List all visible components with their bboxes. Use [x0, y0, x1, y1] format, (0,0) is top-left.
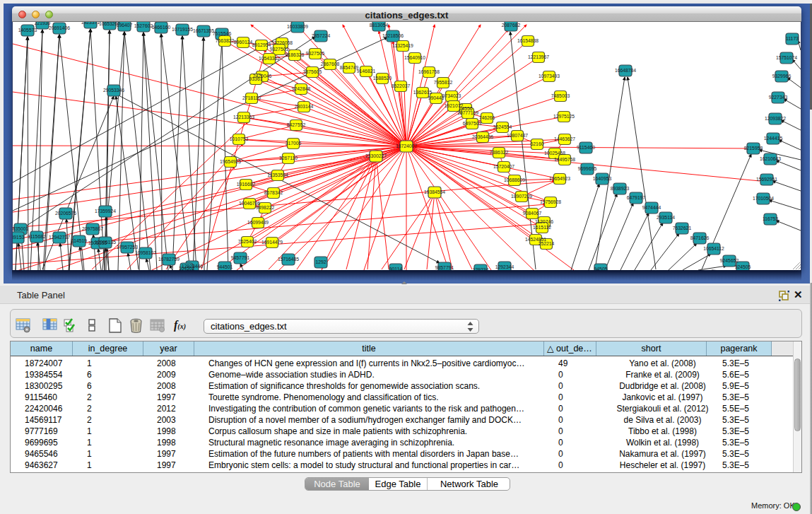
- svg-text:1615112: 1615112: [533, 225, 551, 230]
- svg-text:2803144: 2803144: [295, 104, 314, 109]
- svg-text:17957253: 17957253: [117, 245, 138, 250]
- svg-text:16961758: 16961758: [418, 69, 440, 74]
- svg-text:19654923: 19654923: [549, 176, 570, 181]
- svg-text:11173: 11173: [786, 36, 799, 41]
- svg-text:8471626: 8471626: [690, 235, 710, 240]
- svg-text:1923371: 1923371: [81, 22, 100, 25]
- svg-text:9227343: 9227343: [769, 95, 788, 100]
- svg-text:15640910: 15640910: [404, 55, 425, 60]
- svg-text:16914479: 16914479: [261, 240, 283, 245]
- svg-text:116753: 116753: [763, 216, 778, 221]
- svg-text:12942737: 12942737: [49, 235, 70, 240]
- svg-text:16099489: 16099489: [247, 220, 269, 225]
- svg-text:20206576: 20206576: [55, 211, 76, 216]
- svg-text:12213363: 12213363: [233, 115, 254, 119]
- svg-text:19654925: 19654925: [220, 159, 241, 164]
- svg-text:10654112: 10654112: [703, 246, 724, 251]
- svg-text:10807487: 10807487: [507, 133, 528, 138]
- svg-text:8186328: 8186328: [286, 52, 305, 57]
- svg-text:944501: 944501: [217, 264, 233, 269]
- svg-text:16648784: 16648784: [615, 68, 636, 73]
- svg-text:1405573: 1405573: [18, 28, 37, 33]
- svg-text:16782759: 16782759: [158, 257, 180, 262]
- svg-text:3624554: 3624554: [493, 124, 512, 129]
- svg-text:10958107: 10958107: [135, 250, 156, 255]
- svg-text:835001: 835001: [13, 226, 29, 231]
- svg-text:7857224: 7857224: [312, 33, 331, 38]
- svg-text:9457791: 9457791: [231, 255, 250, 260]
- svg-text:8215958: 8215958: [744, 146, 763, 151]
- svg-text:10543362: 10543362: [259, 56, 280, 61]
- svg-text:14495758: 14495758: [554, 157, 575, 162]
- svg-text:1292344: 1292344: [495, 264, 514, 269]
- svg-text:1115682: 1115682: [28, 234, 46, 239]
- svg-text:19756928: 19756928: [540, 199, 561, 204]
- svg-text:15692951: 15692951: [756, 177, 777, 182]
- svg-text:53226058: 53226058: [271, 40, 293, 45]
- svg-text:317006: 317006: [286, 141, 302, 146]
- svg-text:9245652: 9245652: [720, 258, 739, 263]
- svg-text:9146821: 9146821: [357, 69, 376, 74]
- svg-text:8938923: 8938923: [611, 186, 630, 191]
- svg-text:23300227: 23300227: [365, 153, 387, 158]
- svg-text:20975867: 20975867: [82, 226, 103, 231]
- svg-text:11353594: 11353594: [267, 173, 288, 177]
- svg-text:93361: 93361: [249, 76, 263, 81]
- svg-text:20364436: 20364436: [472, 134, 493, 139]
- svg-text:29053346: 29053346: [103, 88, 124, 93]
- svg-text:2718110: 2718110: [242, 95, 261, 100]
- svg-text:12213967: 12213967: [528, 54, 549, 59]
- svg-text:15720407: 15720407: [493, 164, 514, 169]
- svg-text:9329966: 9329966: [772, 74, 792, 78]
- svg-text:7955812: 7955812: [434, 80, 453, 85]
- svg-text:9857791: 9857791: [435, 265, 454, 270]
- svg-text:6497503: 6497503: [463, 121, 482, 126]
- svg-text:16210643: 16210643: [760, 156, 781, 161]
- svg-text:2935114: 2935114: [657, 215, 675, 220]
- svg-text:94505: 94505: [594, 267, 608, 270]
- svg-text:3875605: 3875605: [303, 69, 322, 74]
- svg-text:8960124: 8960124: [234, 40, 253, 45]
- svg-text:7632621: 7632621: [673, 226, 692, 230]
- svg-text:6479197: 6479197: [627, 195, 646, 200]
- svg-text:8678342: 8678342: [264, 190, 283, 195]
- svg-text:8427552: 8427552: [287, 122, 306, 127]
- svg-text:12093822: 12093822: [765, 116, 786, 121]
- svg-text:90114: 90114: [389, 267, 403, 270]
- svg-text:924505: 924505: [735, 264, 751, 269]
- svg-text:196407: 196407: [117, 23, 133, 28]
- svg-text:10688609: 10688609: [504, 177, 525, 182]
- svg-text:1362615: 1362615: [413, 90, 433, 95]
- svg-text:746266: 746266: [479, 115, 495, 120]
- svg-text:15716485: 15716485: [278, 257, 299, 262]
- svg-text:9084067: 9084067: [523, 211, 542, 216]
- svg-text:1527602: 1527602: [134, 23, 153, 28]
- svg-text:9327505: 9327505: [306, 51, 325, 56]
- svg-text:15751074: 15751074: [776, 55, 797, 60]
- svg-text:114519: 114519: [71, 238, 87, 243]
- svg-text:9498222: 9498222: [256, 205, 275, 210]
- svg-text:8522037: 8522037: [392, 83, 411, 88]
- svg-text:9474444: 9474444: [642, 205, 661, 210]
- svg-text:8912954: 8912954: [252, 42, 271, 47]
- svg-text:16154838: 16154838: [517, 38, 539, 43]
- svg-text:14463627: 14463627: [554, 136, 575, 141]
- svg-text:9699695: 9699695: [578, 166, 597, 171]
- svg-text:39153: 39153: [13, 235, 25, 240]
- svg-text:12905135: 12905135: [95, 240, 116, 245]
- svg-text:10025458: 10025458: [544, 151, 565, 156]
- svg-text:1588520: 1588520: [373, 76, 392, 81]
- svg-text:10973493: 10973493: [539, 74, 560, 78]
- svg-text:9327503: 9327503: [270, 47, 289, 52]
- svg-text:10719155: 10719155: [172, 27, 193, 32]
- svg-text:12975125: 12975125: [553, 114, 575, 119]
- svg-text:1640953: 1640953: [593, 176, 612, 181]
- svg-text:1120746: 1120746: [535, 219, 553, 224]
- svg-text:7485003: 7485003: [551, 93, 570, 98]
- svg-text:9734023: 9734023: [442, 93, 461, 98]
- svg-text:252214: 252214: [539, 241, 555, 246]
- svg-text:6466160: 6466160: [152, 25, 171, 30]
- svg-text:2867608: 2867608: [321, 62, 340, 66]
- svg-text:8813054: 8813054: [370, 23, 389, 28]
- svg-text:7663822: 7663822: [216, 38, 235, 43]
